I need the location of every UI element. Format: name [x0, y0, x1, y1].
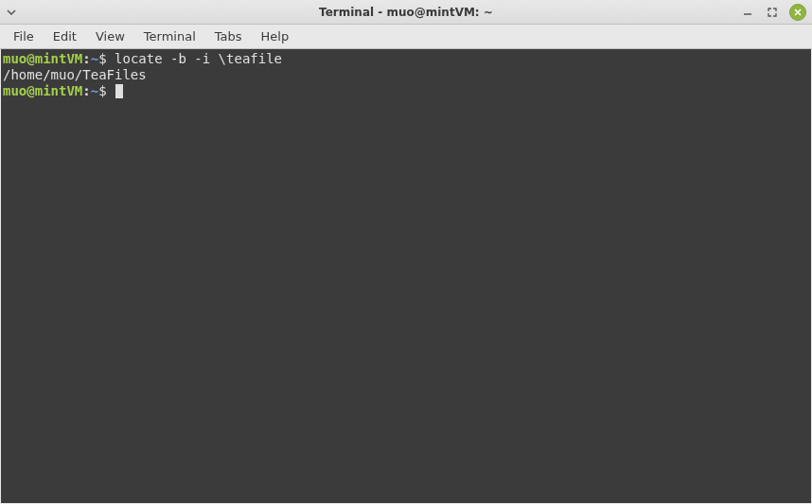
titlebar[interactable]: Terminal - muo@mintVM: ~ — [0, 0, 812, 25]
menu-edit[interactable]: Edit — [44, 26, 86, 46]
window-menu-icon[interactable] — [6, 7, 17, 18]
terminal-line: muo@mintVM:~$ — [3, 83, 809, 99]
maximize-button[interactable] — [765, 5, 780, 20]
terminal-line: /home/muo/TeaFiles — [3, 67, 809, 83]
menubar: File Edit View Terminal Tabs Help — [0, 25, 812, 49]
output-text: /home/muo/TeaFiles — [3, 67, 147, 82]
menu-tabs[interactable]: Tabs — [205, 26, 252, 46]
command-text: locate -b -i \teafile — [107, 51, 282, 66]
prompt-sep: : — [82, 51, 90, 66]
prompt-user: muo@mintVM — [3, 83, 82, 98]
close-button[interactable] — [789, 4, 806, 21]
terminal-window: Terminal - muo@mintVM: ~ F — [0, 0, 812, 504]
prompt-dollar: $ — [98, 83, 106, 98]
prompt-user: muo@mintVM — [3, 51, 82, 66]
menu-help[interactable]: Help — [252, 26, 299, 46]
prompt-sep: : — [82, 83, 90, 98]
menu-file[interactable]: File — [4, 26, 44, 46]
command-text — [107, 83, 115, 98]
menu-terminal[interactable]: Terminal — [134, 26, 205, 46]
titlebar-left — [6, 7, 17, 18]
terminal-body[interactable]: muo@mintVM:~$ locate -b -i \teafile /hom… — [1, 49, 811, 503]
prompt-dollar: $ — [98, 51, 106, 66]
prompt-path: ~ — [91, 83, 98, 98]
window-title: Terminal - muo@mintVM: ~ — [319, 6, 493, 19]
menu-view[interactable]: View — [86, 26, 134, 46]
minimize-button[interactable] — [740, 5, 755, 20]
prompt-path: ~ — [91, 51, 98, 66]
titlebar-controls — [740, 4, 806, 21]
terminal-line: muo@mintVM:~$ locate -b -i \teafile — [3, 51, 809, 67]
cursor-icon — [115, 84, 123, 98]
